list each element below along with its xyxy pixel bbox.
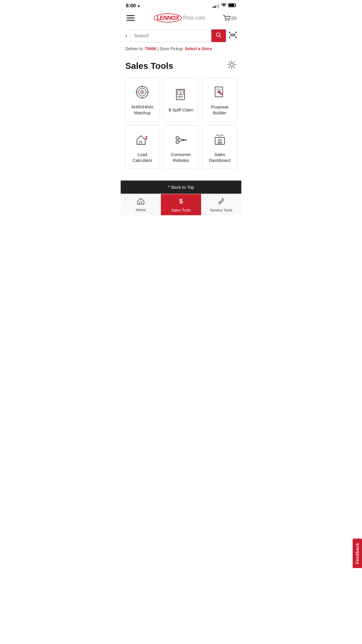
barcode-scanner-button[interactable] bbox=[229, 32, 237, 40]
svg-rect-2 bbox=[229, 4, 234, 7]
battery-icon bbox=[229, 3, 236, 8]
tool-sales-dashboard[interactable]: $ SalesDashboard bbox=[202, 125, 237, 169]
search-section: ‹ bbox=[121, 26, 241, 45]
nav-service-tools-label: Service Tools bbox=[210, 208, 232, 212]
search-icon bbox=[216, 32, 221, 38]
location-arrow-icon: ➤ bbox=[137, 4, 140, 8]
svg-point-53 bbox=[176, 136, 179, 139]
tools-grid: AHRI/HRAIMatchup $ $ Spiff Claim bbox=[121, 78, 241, 175]
svg-point-54 bbox=[176, 140, 179, 144]
svg-rect-67 bbox=[140, 202, 142, 204]
tool-load-calculator[interactable]: LoadCalculator bbox=[125, 125, 160, 169]
barcode-icon bbox=[229, 32, 237, 38]
clipboard-edit-icon bbox=[212, 84, 228, 100]
tool-rebates-label: ConsumerRebates bbox=[171, 152, 191, 164]
pros-text: Pros.com bbox=[183, 15, 205, 21]
logo-area: LENNOX Pros.com bbox=[154, 13, 205, 22]
search-button[interactable] bbox=[211, 29, 226, 42]
cart-button[interactable]: (0) bbox=[223, 15, 237, 21]
wrench-icon bbox=[218, 197, 225, 207]
svg-text:$: $ bbox=[219, 139, 220, 142]
svg-point-21 bbox=[230, 63, 233, 66]
gear-icon bbox=[227, 60, 237, 70]
home-icon bbox=[137, 198, 145, 206]
hamburger-menu[interactable] bbox=[125, 14, 136, 22]
svg-rect-49 bbox=[139, 141, 142, 144]
bottom-navigation: Home $ Sales Tools Service Tools bbox=[121, 194, 241, 215]
tool-dashboard-label: SalesDashboard bbox=[209, 152, 230, 164]
tool-consumer-rebates[interactable]: ConsumerRebates bbox=[164, 125, 199, 169]
search-input[interactable] bbox=[131, 29, 211, 42]
tool-ahri-hrai[interactable]: AHRI/HRAIMatchup bbox=[125, 78, 160, 122]
tool-ahri-label: AHRI/HRAIMatchup bbox=[131, 104, 153, 116]
tool-spiff-claim[interactable]: $ $ Spiff Claim bbox=[164, 78, 199, 122]
house-calc-icon bbox=[134, 132, 150, 148]
svg-point-33 bbox=[142, 92, 143, 93]
zip-code[interactable]: 75006 bbox=[145, 46, 156, 51]
target-icon bbox=[134, 84, 150, 100]
svg-point-66 bbox=[221, 143, 222, 144]
delivery-row: Deliver to: 75006 | Store Pickup: Select… bbox=[121, 45, 241, 55]
page-title-row: Sales Tools bbox=[121, 55, 241, 78]
nav-home-label: Home bbox=[136, 208, 146, 212]
svg-line-26 bbox=[229, 62, 230, 63]
scissors-icon bbox=[173, 132, 189, 148]
svg-point-64 bbox=[217, 143, 219, 144]
back-to-top-button[interactable]: ^ Back to Top bbox=[121, 181, 241, 194]
svg-point-55 bbox=[176, 137, 177, 138]
select-store-link[interactable]: Select a Store bbox=[185, 46, 212, 51]
settings-button[interactable] bbox=[227, 60, 237, 72]
svg-text:$: $ bbox=[179, 197, 183, 205]
svg-rect-14 bbox=[235, 37, 237, 38]
dashboard-icon: $ bbox=[212, 132, 228, 148]
svg-point-4 bbox=[228, 20, 229, 21]
svg-line-28 bbox=[234, 62, 235, 63]
svg-text:$: $ bbox=[180, 91, 181, 94]
status-icons bbox=[213, 3, 236, 8]
cart-count: (0) bbox=[231, 15, 237, 20]
nav-home[interactable]: Home bbox=[121, 194, 161, 215]
tool-spiff-label: $ Spiff Claim bbox=[169, 107, 194, 113]
cart-icon bbox=[223, 15, 231, 21]
app-header: LENNOX Pros.com (0) bbox=[121, 10, 241, 26]
wifi-icon bbox=[221, 3, 227, 8]
svg-point-3 bbox=[225, 20, 226, 21]
dollar-icon: $ bbox=[178, 197, 184, 207]
lennox-logo: LENNOX bbox=[154, 13, 182, 22]
svg-point-56 bbox=[176, 141, 177, 142]
svg-line-29 bbox=[229, 67, 230, 68]
tool-proposal-label: ProposalBuilder bbox=[211, 104, 228, 116]
tool-load-label: LoadCalculator bbox=[133, 152, 152, 164]
tool-proposal-builder[interactable]: ProposalBuilder bbox=[202, 78, 237, 122]
search-input-wrap bbox=[130, 29, 226, 42]
nav-service-tools[interactable]: Service Tools bbox=[201, 194, 241, 215]
back-button[interactable]: ‹ bbox=[125, 32, 127, 40]
svg-line-27 bbox=[234, 67, 235, 68]
nav-sales-tools-label: Sales Tools bbox=[171, 208, 191, 212]
svg-rect-13 bbox=[229, 37, 231, 38]
svg-rect-1 bbox=[235, 4, 236, 6]
svg-rect-11 bbox=[229, 32, 231, 33]
svg-rect-12 bbox=[235, 32, 237, 33]
money-doc-icon: $ bbox=[173, 87, 189, 103]
nav-sales-tools[interactable]: $ Sales Tools bbox=[161, 194, 201, 215]
svg-line-6 bbox=[219, 36, 221, 37]
signal-icon bbox=[213, 4, 219, 8]
status-bar: 8:00 ➤ bbox=[121, 0, 241, 10]
status-time: 8:00 bbox=[126, 3, 136, 9]
page-title: Sales Tools bbox=[125, 61, 173, 71]
